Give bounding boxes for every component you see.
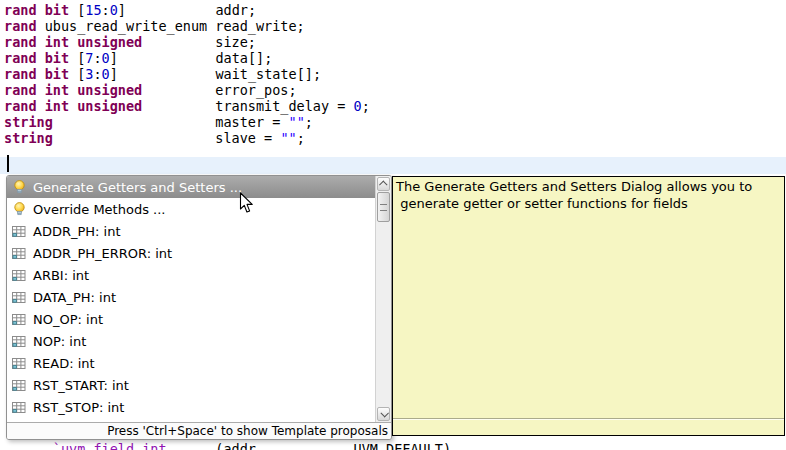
field-grid-icon [12, 378, 26, 392]
code-line: rand bit [15:0] addr; [4, 2, 370, 18]
code-block: rand bit [15:0] addr;rand ubus_read_writ… [4, 2, 370, 146]
completion-item-label: RST_STOP: int [33, 400, 124, 415]
completion-item[interactable]: Generate Getters and Setters ... [7, 176, 375, 198]
completion-item-label: READ: int [33, 356, 95, 371]
completion-item[interactable]: RST_START: int [7, 374, 375, 396]
completion-item-label: ARBI: int [33, 268, 89, 283]
scroll-up-button[interactable] [377, 177, 390, 191]
code-line: rand int unsigned error_pos; [4, 82, 370, 98]
completion-item[interactable]: DATA_PH: int [7, 286, 375, 308]
completion-item[interactable]: ADDR_PH_ERROR: int [7, 242, 375, 264]
completion-item-label: Override Methods ... [33, 202, 165, 217]
tooltip-text: The Generate Getters and Setters Dialog … [393, 177, 784, 419]
field-grid-icon [12, 268, 26, 282]
scrollbar-thumb[interactable] [377, 192, 390, 222]
completion-item-label: ADDR_PH: int [33, 224, 121, 239]
completion-scrollbar[interactable] [375, 176, 391, 422]
completion-item[interactable]: ARBI: int [7, 264, 375, 286]
completion-item-label: NOP: int [33, 334, 86, 349]
field-grid-icon [12, 312, 26, 326]
code-line: rand int unsigned transmit_delay = 0; [4, 98, 370, 114]
popup-status-bar: Press 'Ctrl+Space' to show Template prop… [7, 422, 391, 439]
content-assist-popup: Generate Getters and Setters ...Override… [6, 175, 392, 440]
code-line: string master = ""; [4, 114, 370, 130]
field-grid-icon [12, 246, 26, 260]
lightbulb-icon [12, 202, 26, 216]
completion-item[interactable]: Override Methods ... [7, 198, 375, 220]
completion-item-label: ADDR_PH_ERROR: int [33, 246, 172, 261]
field-grid-icon [12, 400, 26, 414]
completion-item[interactable]: READ: int [7, 352, 375, 374]
completion-item-label: NO_OP: int [33, 312, 103, 327]
thumb-grip-icon [380, 204, 387, 211]
scroll-down-button[interactable] [377, 407, 390, 421]
current-line-highlight [0, 157, 786, 174]
chevron-up-icon [379, 180, 387, 188]
code-line: rand int unsigned size; [4, 34, 370, 50]
code-line: `uvm_field_int (addr, UVM_DEFAULT) [4, 441, 451, 450]
completion-item[interactable]: ADDR_PH: int [7, 220, 375, 242]
tooltip-footer [393, 419, 784, 435]
lightbulb-icon [12, 180, 26, 194]
completion-item[interactable]: NO_OP: int [7, 308, 375, 330]
completion-item[interactable]: NOP: int [7, 330, 375, 352]
field-grid-icon [12, 290, 26, 304]
completion-item-label: Generate Getters and Setters ... [33, 180, 242, 195]
code-line: rand ubus_read_write_enum read_write; [4, 18, 370, 34]
completion-item-label: RST_START: int [33, 378, 129, 393]
field-grid-icon [12, 356, 26, 370]
completion-item-label: DATA_PH: int [33, 290, 116, 305]
chevron-down-icon [380, 409, 388, 417]
proposal-info-tooltip: The Generate Getters and Setters Dialog … [392, 176, 785, 436]
field-grid-icon [12, 224, 26, 238]
completion-list: Generate Getters and Setters ...Override… [7, 176, 375, 422]
status-text: Press 'Ctrl+Space' to show Template prop… [107, 424, 388, 438]
completion-item[interactable]: RST_STOP: int [7, 396, 375, 418]
code-line: rand bit [7:0] data[]; [4, 50, 370, 66]
field-grid-icon [12, 334, 26, 348]
clipped-code-line: `uvm_field_int (addr, UVM_DEFAULT) [4, 441, 451, 450]
code-line: string slave = ""; [4, 130, 370, 146]
code-line: rand bit [3:0] wait_state[]; [4, 66, 370, 82]
text-caret [7, 155, 9, 172]
